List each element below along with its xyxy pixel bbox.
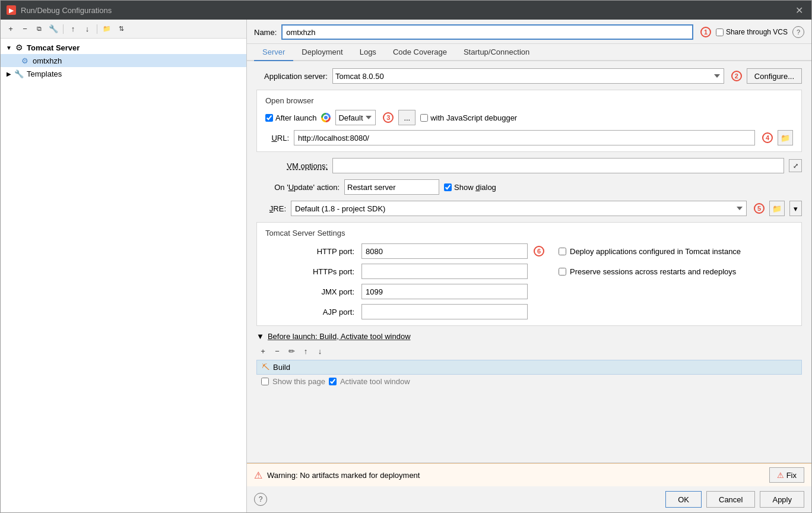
jmx-port-input[interactable] [361, 284, 528, 299]
after-launch-check-label: After launch [265, 113, 316, 122]
chrome-icon [321, 113, 331, 122]
before-launch-down-button[interactable]: ↓ [313, 344, 326, 357]
help-button[interactable]: ? [792, 26, 804, 38]
app-icon: ▶ [7, 5, 16, 15]
title-bar-left: ▶ Run/Debug Configurations [7, 5, 112, 15]
ajp-port-input[interactable] [361, 304, 528, 319]
close-button[interactable]: ✕ [793, 5, 805, 16]
before-launch-remove-button[interactable]: − [271, 344, 284, 357]
js-debugger-checkbox[interactable] [420, 114, 428, 122]
toolbar-separator-2 [97, 24, 97, 34]
build-item: ⛏ Build [256, 360, 802, 375]
before-launch-up-button[interactable]: ↑ [299, 344, 312, 357]
copy-config-button[interactable]: ⧉ [33, 23, 46, 36]
app-server-select[interactable]: Tomcat 8.0.50 [332, 68, 724, 84]
browser-row: After launch Default 3 ... with JavaScri… [265, 110, 793, 125]
main-content: + − ⧉ 🔧 ↑ ↓ 📁 ⇅ ▼ ⚙ Tomcat Server [1, 20, 811, 512]
build-label: Build [273, 363, 290, 372]
sort-button[interactable]: ⇅ [115, 23, 128, 36]
left-toolbar: + − ⧉ 🔧 ↑ ↓ 📁 ⇅ [1, 20, 246, 39]
name-row: Name: 1 Share through VCS ? [247, 20, 811, 44]
jmx-port-label: JMX port: [265, 287, 354, 296]
http-port-input[interactable] [361, 243, 528, 259]
tomcat-settings-title: Tomcat Server Settings [265, 229, 793, 238]
ajp-port-label: AJP port: [265, 308, 354, 316]
move-up-button[interactable]: ↑ [66, 23, 80, 36]
jre-folder-button[interactable]: 📁 [769, 201, 785, 216]
toolbar-separator [63, 24, 64, 34]
name-input[interactable] [281, 24, 693, 40]
vm-expand-button[interactable]: ⤢ [789, 159, 802, 172]
url-input[interactable] [294, 130, 755, 145]
apply-button[interactable]: Apply [760, 491, 804, 508]
update-action-label: On 'Update' action: [256, 183, 340, 192]
jre-label: JRE: [256, 204, 286, 213]
fix-button[interactable]: ⚠ Fix [769, 467, 804, 483]
after-launch-checkbox[interactable] [265, 114, 273, 122]
before-launch-edit-button[interactable]: ✏ [285, 344, 298, 357]
show-this-page-checkbox[interactable] [261, 378, 269, 385]
url-circle: 4 [762, 132, 773, 143]
cancel-button[interactable]: Cancel [706, 491, 755, 508]
port-grid: HTTP port: 6 Deploy applications configu… [265, 243, 793, 319]
remove-config-button[interactable]: − [18, 23, 31, 36]
before-launch-add-button[interactable]: + [256, 344, 269, 357]
before-launch-section: ▼ Before launch: Build, Activate tool wi… [256, 332, 802, 388]
update-action-select[interactable]: Restart server [344, 179, 439, 195]
preserve-sessions-row: Preserve sessions across restarts and re… [559, 267, 793, 276]
name-label: Name: [254, 28, 277, 37]
config-tree: ▼ ⚙ Tomcat Server ⚙ omtxhzh ▶ 🔧 Template… [1, 39, 246, 512]
help-bottom-button[interactable]: ? [254, 493, 267, 506]
add-config-button[interactable]: + [4, 23, 17, 36]
tab-code-coverage[interactable]: Code Coverage [385, 44, 455, 61]
omtxhzh-label: omtxhzh [33, 56, 62, 65]
http-port-circle: 6 [534, 246, 544, 256]
browser-dots-button[interactable]: ... [398, 110, 415, 125]
jre-dropdown-button[interactable]: ▾ [789, 201, 802, 216]
tree-omtxhzh[interactable]: ⚙ omtxhzh [1, 54, 246, 67]
tomcat-server-label: Tomcat Server [27, 43, 80, 52]
share-vcs-label: Share through VCS [716, 28, 788, 36]
show-this-page-label: Show this page [272, 377, 325, 386]
move-down-button[interactable]: ↓ [81, 23, 94, 36]
before-launch-label: Before launch: Build, Activate tool wind… [268, 332, 411, 341]
tab-deployment[interactable]: Deployment [293, 44, 351, 61]
tree-templates[interactable]: ▶ 🔧 Templates [1, 67, 246, 80]
config-body: Application server: Tomcat 8.0.50 2 Conf… [247, 61, 811, 463]
warning-bar: ⚠ Warning: No artifacts marked for deplo… [247, 463, 811, 486]
show-dialog-label: Show dialog [444, 183, 496, 192]
warning-text: Warning: No artifacts marked for deploym… [267, 471, 765, 480]
configure-button[interactable]: Configure... [747, 68, 802, 84]
run-debug-dialog: ▶ Run/Debug Configurations ✕ + − ⧉ 🔧 ↑ ↓… [0, 0, 812, 513]
share-vcs-checkbox[interactable] [716, 28, 724, 36]
url-folder-button[interactable]: 📁 [778, 130, 793, 145]
open-browser-section: Open browser After launch Default 3 ... [256, 90, 802, 152]
preserve-sessions-checkbox[interactable] [559, 268, 566, 276]
browser-select[interactable]: Default [335, 110, 376, 125]
move-to-folder-button[interactable]: 📁 [100, 23, 113, 36]
tab-server[interactable]: Server [254, 44, 293, 61]
vm-options-label: VM options: [256, 162, 328, 170]
js-debugger-label: with JavaScript debugger [420, 113, 517, 122]
vm-options-input[interactable] [332, 158, 784, 173]
app-server-label: Application server: [256, 72, 328, 81]
https-port-input[interactable] [361, 264, 528, 279]
activate-tool-window-checkbox[interactable] [329, 378, 337, 385]
show-dialog-checkbox[interactable] [444, 183, 452, 191]
wrench-config-button[interactable]: 🔧 [47, 23, 60, 36]
deploy-tomcat-row: Deploy applications configured in Tomcat… [559, 247, 793, 256]
https-port-label: HTTPs port: [265, 267, 354, 276]
tab-logs[interactable]: Logs [351, 44, 385, 61]
templates-label: Templates [27, 69, 62, 78]
deploy-tomcat-checkbox[interactable] [559, 248, 566, 255]
jre-select[interactable]: Default (1.8 - project SDK) [291, 201, 747, 216]
before-launch-arrow: ▼ [256, 332, 264, 341]
ok-button[interactable]: OK [665, 491, 702, 508]
before-launch-title[interactable]: ▼ Before launch: Build, Activate tool wi… [256, 332, 802, 341]
deploy-tomcat-label: Deploy applications configured in Tomcat… [570, 247, 741, 256]
http-port-label: HTTP port: [265, 247, 354, 256]
fix-icon: ⚠ [777, 471, 784, 480]
tree-tomcat-server[interactable]: ▼ ⚙ Tomcat Server [1, 41, 246, 54]
tab-startup-connection[interactable]: Startup/Connection [455, 44, 538, 61]
fix-label: Fix [786, 471, 797, 480]
